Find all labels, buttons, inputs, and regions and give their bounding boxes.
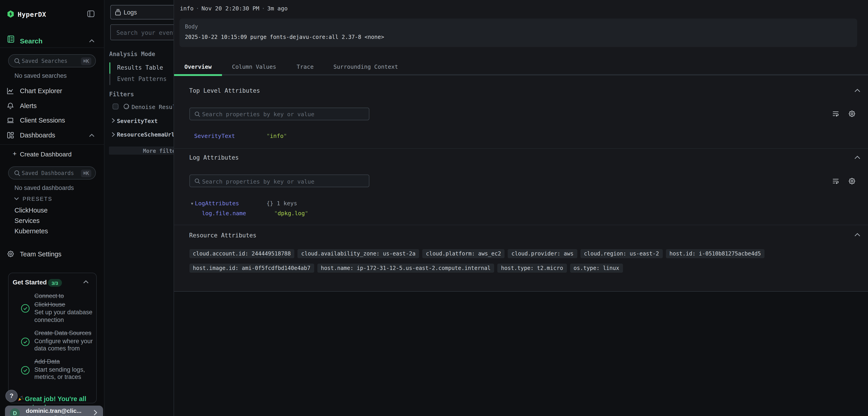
presets-label: PRESETS xyxy=(23,196,53,202)
search-icon xyxy=(14,170,20,176)
client-sessions-laptop-icon xyxy=(7,117,14,124)
hyperdx-logo-icon xyxy=(7,10,14,18)
preset-clickhouse[interactable]: ClickHouse xyxy=(14,206,48,214)
saved-searches-input[interactable]: Saved Searches ⌘K xyxy=(8,54,96,67)
resource-chip[interactable]: cloud.region: us-east-2 xyxy=(580,249,662,258)
resource-chip[interactable]: cloud.availability_zone: us-east-2a xyxy=(298,249,419,258)
get-started-collapse-chevron-icon[interactable] xyxy=(83,280,89,284)
dashboards-collapse-chevron-icon[interactable] xyxy=(89,134,94,137)
brand-row: HyperDX xyxy=(0,0,104,25)
no-saved-dashboards-text: No saved dashboards xyxy=(14,184,74,191)
text-wrap-icon[interactable] xyxy=(832,177,839,185)
help-button[interactable]: ? xyxy=(5,390,18,402)
preset-kubernetes[interactable]: Kubernetes xyxy=(14,228,48,235)
sidebar-item-alerts[interactable]: Alerts xyxy=(0,99,104,112)
preset-services[interactable]: Services xyxy=(14,217,39,224)
drawer-content: info·Nov 20 2:20:30 PM·3m ago Body 2025-… xyxy=(174,0,868,291)
tab-surrounding-context[interactable]: Surrounding Context xyxy=(324,59,407,74)
resource-chip[interactable]: host.image.id: ami-0f5fcdfbd140e4ab7 xyxy=(189,263,314,272)
tab-overview[interactable]: Overview xyxy=(174,59,222,74)
resource-chip[interactable]: cloud.provider: aws xyxy=(508,249,577,258)
search-section-label: Search xyxy=(20,37,42,45)
event-header: info·Nov 20 2:20:30 PM·3m ago xyxy=(180,5,288,12)
search-collapse-chevron-icon[interactable] xyxy=(89,39,94,42)
section-collapse-chevron-icon[interactable] xyxy=(855,89,860,92)
user-email: dominic.tran@clickho... xyxy=(26,415,88,416)
resource-attribute-chips: cloud.account.id: 244449518788 cloud.ava… xyxy=(189,249,859,272)
top-level-attributes-title: Top Level Attributes xyxy=(189,87,260,94)
attribute-value[interactable]: "info" xyxy=(267,132,287,139)
user-profile-bar[interactable]: D dominic.tran@clic... dominic.tran@clic… xyxy=(5,406,103,416)
resource-chip[interactable]: host.type: t2.micro xyxy=(498,263,567,272)
tab-trace[interactable]: Trace xyxy=(286,59,324,74)
gear-icon xyxy=(7,250,14,258)
chevron-right-icon xyxy=(112,132,115,137)
alerts-label: Alerts xyxy=(20,102,37,109)
tab-column-values[interactable]: Column Values xyxy=(222,59,286,74)
dashboards-icon xyxy=(7,131,14,139)
top-level-row-icons xyxy=(832,110,856,118)
event-search-placeholder: Search your event xyxy=(116,29,177,36)
resource-chip[interactable]: os.type: linux xyxy=(570,263,623,272)
checkbox[interactable] xyxy=(112,103,118,110)
quote: " xyxy=(283,132,287,139)
sidebar-item-client-sessions[interactable]: Client Sessions xyxy=(0,114,104,127)
sidebar-item-team-settings[interactable]: Team Settings xyxy=(0,247,104,261)
tree-expand-arrow-icon[interactable]: ▼ xyxy=(191,202,193,206)
attribute-key[interactable]: SeverityText xyxy=(194,132,235,139)
text-wrap-icon[interactable] xyxy=(832,110,839,118)
saved-dashboards-kbd: ⌘K xyxy=(81,169,92,177)
resource-attributes-title: Resource Attributes xyxy=(189,232,256,239)
log-attributes-search-input[interactable]: Search properties by key or value xyxy=(189,175,369,187)
value-text: dpkg.log xyxy=(278,210,305,216)
dashboards-label: Dashboards xyxy=(20,131,55,139)
event-patterns-label: Event Patterns xyxy=(117,76,166,82)
resource-chip[interactable]: host.name: ip-172-31-12-5.us-east-2.comp… xyxy=(317,263,494,272)
keys-count-meta: {} 1 keys xyxy=(267,200,297,206)
presets-toggle[interactable]: PRESETS xyxy=(0,194,104,204)
get-started-card: Get Started 3/3 Connect to ClickHouse Se… xyxy=(8,273,97,403)
drawer-tabs: Overview Column Values Trace Surrounding… xyxy=(174,59,868,76)
team-settings-label: Team Settings xyxy=(20,250,61,258)
search-icon xyxy=(194,178,200,184)
quote: " xyxy=(267,132,270,139)
get-started-title: Get Started xyxy=(13,278,47,286)
section-collapse-chevron-icon[interactable] xyxy=(855,155,860,159)
search-icon xyxy=(194,111,200,117)
resource-chip[interactable]: host.id: i-0510b81275acbe4d5 xyxy=(666,249,765,258)
create-dashboard-button[interactable]: + Create Dashboard xyxy=(0,148,104,159)
create-dashboard-label: Create Dashboard xyxy=(20,150,72,157)
hyperdx-app: HyperDX Search xyxy=(0,0,868,416)
active-indicator xyxy=(109,62,110,74)
sidebar-collapse-icon[interactable] xyxy=(87,10,94,17)
gear-icon[interactable] xyxy=(848,110,856,118)
sidebar-item-search[interactable]: Search xyxy=(0,35,104,48)
attribute-value[interactable]: "dpkg.log" xyxy=(274,210,308,216)
gear-icon[interactable] xyxy=(848,177,856,185)
checklist-title: Add Data xyxy=(34,358,94,366)
results-table-label: Results Table xyxy=(117,64,163,71)
get-started-badge: 3/3 xyxy=(48,279,62,287)
sidebar-item-chart-explorer[interactable]: Chart Explorer xyxy=(0,84,104,97)
section-divider xyxy=(174,148,868,149)
saved-dashboards-placeholder: Saved Dashboards xyxy=(22,170,74,176)
checklist-title: Connect to ClickHouse xyxy=(34,292,94,309)
section-collapse-chevron-icon[interactable] xyxy=(855,233,860,237)
saved-dashboards-input[interactable]: Saved Dashboards ⌘K xyxy=(8,166,96,179)
resource-chip[interactable]: cloud.account.id: 244449518788 xyxy=(189,249,294,258)
attribute-key[interactable]: LogAttributes xyxy=(195,200,239,206)
sidebar-item-dashboards[interactable]: Dashboards xyxy=(0,128,104,142)
saved-searches-placeholder: Saved Searches xyxy=(22,58,67,64)
event-severity: info xyxy=(180,5,193,12)
check-circle-icon xyxy=(21,366,30,375)
party-popper-icon xyxy=(17,395,24,402)
log-attributes-search-placeholder: Search properties by key or value xyxy=(202,178,314,185)
top-level-search-input[interactable]: Search properties by key or value xyxy=(189,108,369,120)
resource-chip[interactable]: cloud.platform: aws_ec2 xyxy=(422,249,504,258)
inactive-indicator xyxy=(109,74,110,85)
attribute-key[interactable]: log.file.name xyxy=(202,210,246,216)
quote: " xyxy=(305,210,308,216)
chevron-right-icon xyxy=(112,118,115,123)
divider xyxy=(0,144,104,145)
body-label: Body xyxy=(185,24,198,30)
